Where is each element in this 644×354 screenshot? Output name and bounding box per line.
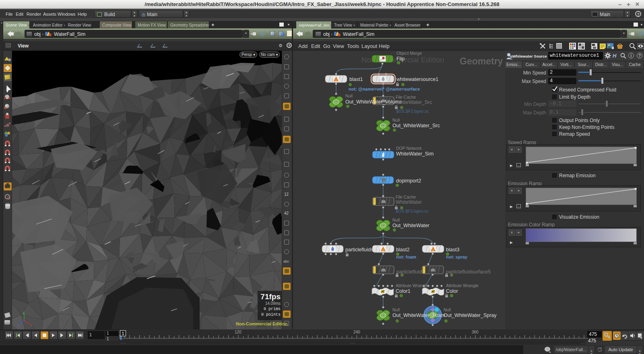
svg-text:Out_WhiteWater_Src: Out_WhiteWater_Src bbox=[392, 123, 440, 128]
svg-text:Attribute Wrangle: Attribute Wrangle bbox=[446, 283, 479, 288]
svg-text:Null: Null bbox=[392, 217, 400, 222]
svg-text:Null: Null bbox=[345, 93, 353, 98]
svg-text:WhiteWater_Sim: WhiteWater_Sim bbox=[396, 151, 433, 157]
svg-text:$OS.$F3.bgeo.sc: $OS.$F3.bgeo.sc bbox=[396, 109, 429, 114]
svg-text:y: y bbox=[23, 311, 25, 315]
svg-text:360: 360 bbox=[472, 330, 479, 334]
svg-text:120: 120 bbox=[235, 330, 242, 334]
svg-text:Null: Null bbox=[392, 118, 400, 122]
svg-text:not: spray: not: spray bbox=[446, 255, 468, 259]
svg-text:particlefluidsu: particlefluidsu bbox=[345, 247, 376, 253]
svg-text:File Cache: File Cache bbox=[396, 195, 416, 199]
svg-text:not: foam: not: foam bbox=[396, 255, 416, 259]
svg-text:blast1: blast1 bbox=[349, 77, 363, 82]
svg-text:Color1: Color1 bbox=[396, 288, 411, 294]
svg-text:File Cache: File Cache bbox=[396, 95, 416, 99]
svg-text:$OS.$F3.bgeo.sc: $OS.$F3.bgeo.sc bbox=[396, 209, 429, 213]
svg-text:particlefluidsurface5: particlefluidsurface5 bbox=[446, 269, 491, 275]
svg-text:blast3: blast3 bbox=[446, 247, 459, 253]
svg-text:Color: Color bbox=[446, 288, 458, 294]
svg-text:Out_WhiteWater: Out_WhiteWater bbox=[392, 223, 429, 228]
svg-text:dopimport2: dopimport2 bbox=[396, 178, 421, 184]
svg-text:Out_WhiteWater_Spray: Out_WhiteWater_Spray bbox=[444, 313, 497, 318]
svg-text:z: z bbox=[18, 323, 20, 327]
svg-text:WhiteWater_Src: WhiteWater_Src bbox=[396, 99, 432, 105]
svg-text:Flip: Flip bbox=[396, 56, 405, 62]
svg-text:x: x bbox=[30, 323, 32, 327]
svg-text:Null: Null bbox=[392, 307, 400, 312]
svg-text:Out_WhiteWater_Volume: Out_WhiteWater_Volume bbox=[345, 99, 402, 105]
svg-text:not: @name=vel* @name=surface: not: @name=vel* @name=surface bbox=[349, 87, 420, 91]
svg-text:Null: Null bbox=[444, 307, 451, 312]
svg-text:DOP Network: DOP Network bbox=[396, 146, 422, 151]
svg-text:Attribute Wrangle: Attribute Wrangle bbox=[396, 283, 428, 288]
svg-text:Out_WhiteWater_Foam: Out_WhiteWater_Foam bbox=[392, 313, 445, 318]
svg-text:whitewatersource1: whitewatersource1 bbox=[396, 77, 438, 82]
svg-text:blast2: blast2 bbox=[396, 247, 409, 253]
svg-text:240: 240 bbox=[353, 330, 360, 334]
svg-text:Geometry: Geometry bbox=[460, 56, 503, 66]
svg-text:WhiteWater: WhiteWater bbox=[396, 199, 422, 205]
svg-text:Object Merge: Object Merge bbox=[396, 51, 422, 56]
